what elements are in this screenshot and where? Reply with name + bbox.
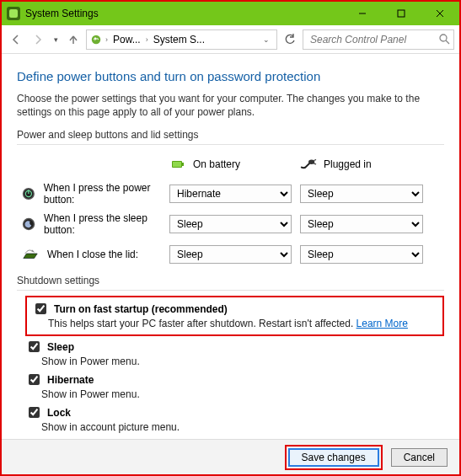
lock-checkbox[interactable]	[29, 407, 40, 418]
fast-startup-sub: This helps start your PC faster after sh…	[48, 318, 437, 329]
titlebar: System Settings	[2, 2, 459, 25]
content-area: Define power buttons and turn on passwor…	[2, 54, 459, 439]
search-icon	[439, 34, 450, 45]
breadcrumb-label: System S...	[153, 34, 205, 45]
plug-icon	[300, 156, 317, 173]
breadcrumb-seg-1[interactable]: Pow...	[111, 34, 142, 45]
footer: Save changes Cancel	[2, 439, 459, 474]
hibernate-option: Hibernate Show in Power menu.	[25, 371, 444, 402]
lock-option: Lock Show in account picture menu.	[25, 404, 444, 435]
svg-rect-9	[173, 162, 181, 167]
row-sleep-button: When I press the sleep button: Do nothin…	[22, 209, 439, 239]
svg-rect-8	[182, 163, 184, 166]
shutdown-section-label: Shutdown settings	[17, 275, 444, 286]
col-plugged-header: Plugged in	[292, 156, 426, 173]
sleep-checkbox[interactable]	[29, 341, 40, 352]
svg-line-12	[314, 163, 316, 164]
lid-battery-select[interactable]: Do nothingSleepHibernateShut down	[169, 245, 292, 264]
search-box[interactable]	[303, 29, 454, 50]
fast-startup-highlight: Turn on fast startup (recommended) This …	[25, 296, 444, 336]
search-input[interactable]	[308, 33, 439, 46]
power-plan-icon	[90, 34, 102, 45]
save-highlight: Save changes	[285, 445, 383, 470]
page-title: Define power buttons and turn on passwor…	[17, 69, 444, 83]
address-bar: ▾ › Pow... › System S... ⌄	[2, 25, 459, 54]
cancel-button[interactable]: Cancel	[391, 448, 448, 467]
power-button-battery-select[interactable]: Do nothingSleepHibernateShut down	[169, 185, 292, 203]
power-grid: On battery Plugged in	[22, 150, 439, 270]
path-dropdown[interactable]: ⌄	[260, 35, 273, 44]
sleep-title: Sleep	[47, 341, 74, 353]
sleep-button-icon	[22, 216, 35, 233]
sleep-button-plugged-select[interactable]: Do nothingSleepHibernateShut down	[300, 215, 423, 233]
divider	[17, 144, 444, 145]
up-button[interactable]	[64, 30, 83, 49]
breadcrumb[interactable]: › Pow... › System S... ⌄	[86, 29, 277, 50]
breadcrumb-label: Pow...	[113, 34, 141, 45]
fast-startup-checkbox[interactable]	[35, 303, 46, 314]
lock-title: Lock	[47, 407, 71, 419]
battery-icon	[169, 156, 186, 173]
hibernate-title: Hibernate	[47, 374, 94, 386]
row-close-lid: When I close the lid: Do nothingSleepHib…	[22, 239, 439, 270]
hibernate-checkbox[interactable]	[29, 374, 40, 385]
forward-button[interactable]	[29, 30, 47, 49]
lid-icon	[22, 246, 39, 263]
svg-line-11	[314, 160, 316, 161]
col-battery-header: On battery	[161, 156, 292, 173]
breadcrumb-seg-2[interactable]: System S...	[152, 34, 206, 45]
fast-startup-sub-text: This helps start your PC faster after sh…	[48, 318, 356, 329]
power-section-label: Power and sleep buttons and lid settings	[17, 129, 444, 141]
divider	[17, 290, 444, 291]
sleep-button-battery-select[interactable]: Do nothingSleepHibernateShut down	[169, 215, 292, 233]
power-grid-header: On battery Plugged in	[22, 150, 439, 179]
sleep-sub: Show in Power menu.	[41, 356, 439, 367]
window-title: System Settings	[25, 8, 343, 19]
fast-startup-title: Turn on fast startup (recommended)	[54, 303, 228, 315]
save-button[interactable]: Save changes	[288, 448, 379, 467]
row-label-text: When I close the lid:	[47, 249, 138, 260]
history-dropdown[interactable]: ▾	[51, 35, 61, 44]
learn-more-link[interactable]: Learn More	[356, 318, 408, 329]
sleep-option: Sleep Show in Power menu.	[25, 338, 444, 369]
power-button-icon	[22, 185, 35, 202]
window-buttons	[343, 2, 459, 25]
svg-point-5	[440, 35, 447, 41]
chevron-right-icon: ›	[146, 35, 148, 44]
row-label-text: When I press the power button:	[44, 182, 154, 206]
lock-sub: Show in account picture menu.	[41, 421, 439, 433]
col-plugged-label: Plugged in	[324, 158, 372, 170]
maximize-button[interactable]	[382, 2, 421, 25]
app-icon	[7, 7, 20, 20]
power-button-plugged-select[interactable]: Do nothingSleepHibernateShut down	[300, 185, 423, 203]
svg-rect-1	[398, 10, 405, 17]
lid-plugged-select[interactable]: Do nothingSleepHibernateShut down	[300, 245, 423, 264]
svg-point-4	[92, 35, 101, 44]
refresh-button[interactable]	[281, 30, 299, 49]
chevron-right-icon: ›	[105, 35, 108, 44]
hibernate-sub: Show in Power menu.	[41, 388, 439, 400]
row-power-button: When I press the power button: Do nothin…	[22, 179, 439, 209]
page-subtext: Choose the power settings that you want …	[17, 92, 444, 119]
svg-point-10	[308, 160, 314, 164]
row-label-text: When I press the sleep button:	[44, 212, 154, 236]
close-button[interactable]	[421, 2, 459, 25]
svg-line-6	[446, 40, 449, 44]
back-button[interactable]	[7, 30, 25, 49]
col-battery-label: On battery	[193, 158, 240, 170]
minimize-button[interactable]	[343, 2, 382, 25]
window-frame: System Settings ▾ ›	[0, 0, 461, 476]
